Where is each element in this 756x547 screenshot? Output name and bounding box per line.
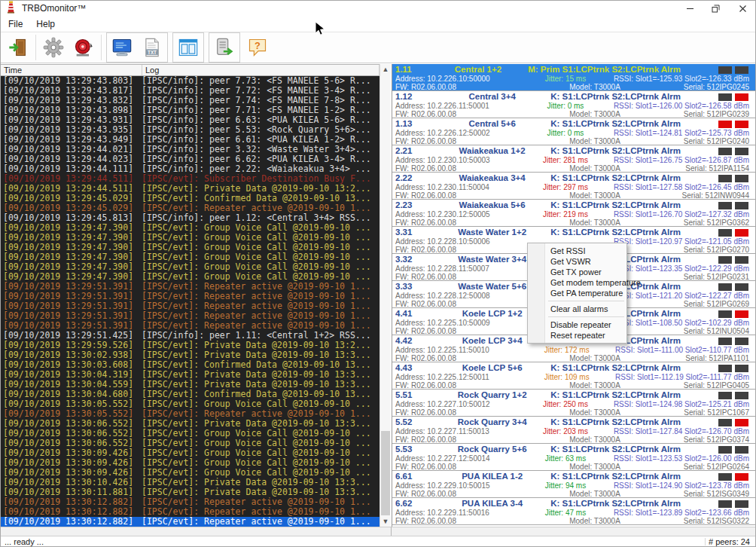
- peer-row[interactable]: 1.11Central 1+2M: Prim S1:LCPtrnk S2:LCP…: [392, 64, 756, 91]
- log-row[interactable]: [09/10/2019 13:29:44.111][IPSC/info]: pe…: [0, 164, 380, 174]
- log-row[interactable]: [09/10/2019 13:30:05.552][IPSC/evt]: Rep…: [0, 409, 380, 419]
- context-menu-item[interactable]: Disable repeater: [528, 319, 626, 330]
- peer-row[interactable]: 1.13Central 5+6K: S1:LCPtrnk S2:LCPtrnk …: [392, 118, 756, 145]
- context-menu-item[interactable]: Clear all alarms: [528, 304, 626, 314]
- alarm-button[interactable]: [69, 34, 99, 61]
- log-time: [09/10/2019 13:29:47.390]: [0, 233, 142, 243]
- log-row[interactable]: [09/10/2019 13:30:03.608][IPSC/evt]: Con…: [0, 360, 380, 370]
- log-row[interactable]: [09/10/2019 13:30:09.426][IPSC/evt]: Gro…: [0, 468, 380, 478]
- log-row[interactable]: [09/10/2019 13:29:43.935][IPSC/info]: pe…: [0, 125, 380, 135]
- context-menu-item[interactable]: Get modem temperature: [528, 277, 626, 288]
- log-row[interactable]: [09/10/2019 13:30:04.680][IPSC/evt]: Con…: [0, 390, 380, 399]
- log-row[interactable]: [09/10/2019 13:30:12.882][IPSC/evt]: Rep…: [0, 507, 380, 517]
- log-row[interactable]: [09/10/2019 13:30:02.938][IPSC/evt]: Pri…: [0, 350, 380, 360]
- help-button[interactable]: ?: [242, 34, 273, 61]
- alarm-dark-box: [718, 392, 732, 399]
- log-row[interactable]: [09/10/2019 13:29:44.511][IPSC/evt]: Pri…: [0, 184, 380, 194]
- log-row[interactable]: [09/10/2019 13:29:51.391][IPSC/evt]: Rep…: [0, 311, 380, 321]
- log-row[interactable]: [09/10/2019 13:29:51.391][IPSC/evt]: Rep…: [0, 321, 380, 331]
- log-row[interactable]: [09/10/2019 13:29:47.390][IPSC/evt]: Gro…: [0, 252, 380, 262]
- log-row[interactable]: [09/10/2019 13:29:44.511][IPSC/evt]: Sub…: [0, 174, 380, 184]
- peer-row[interactable]: 6.61PUA KILEA 1-2K: S1:LCPtrnk S2:LCPtrn…: [392, 471, 756, 498]
- peer-row[interactable]: 2.22Waiakeakua 3+4K: S1:LCPtrnk S2:LCPtr…: [392, 173, 756, 200]
- log-row[interactable]: [09/10/2019 13:29:44.021][IPSC/info]: pe…: [0, 145, 380, 154]
- scroll-up-icon[interactable]: ▲: [380, 64, 391, 75]
- log-row[interactable]: [09/10/2019 13:30:09.426][IPSC/evt]: Gro…: [0, 458, 380, 468]
- log-row[interactable]: [09/10/2019 13:30:06.552][IPSC/evt]: Gro…: [0, 429, 380, 439]
- peer-row-line3: FW: R02.06.00.08Model: T3000ASerial: 512…: [395, 463, 756, 471]
- peer-row[interactable]: 5.52Rock Quarry 3+4K: S1:LCPtrnk S2:LCPt…: [392, 417, 756, 444]
- context-menu-item[interactable]: Get TX power: [528, 267, 626, 277]
- peer-row[interactable]: 6.62PUA KILEA 3-4K: S1:LCPtrnk S2:LCPtrn…: [392, 498, 756, 525]
- log-message: [IPSC/evt]: Confirmed Data @2019-09-10 1…: [142, 390, 371, 399]
- peer-rssi: RSSI: Slot1=-123.89 Slot2=-123.66 dBm: [614, 509, 756, 517]
- close-button[interactable]: [730, 0, 754, 17]
- log-row[interactable]: [09/10/2019 13:29:45.029][IPSC/evt]: Rep…: [0, 203, 380, 213]
- scroll-down-icon[interactable]: ▼: [380, 516, 391, 527]
- log-row[interactable]: [09/10/2019 13:30:06.552][IPSC/evt]: Gro…: [0, 439, 380, 448]
- log-row[interactable]: [09/10/2019 13:29:43.898][IPSC/info]: pe…: [0, 105, 380, 115]
- log-row[interactable]: [09/10/2019 13:29:44.023][IPSC/info]: pe…: [0, 154, 380, 164]
- log-row[interactable]: [09/10/2019 13:29:43.803][IPSC/info]: pe…: [0, 76, 380, 86]
- peer-row-line3: FW: R02.06.00.08Model: T3000ASerial: 512…: [395, 137, 756, 145]
- log-row[interactable]: [09/10/2019 13:29:47.390][IPSC/evt]: Gro…: [0, 233, 380, 243]
- minimize-button[interactable]: [678, 0, 702, 17]
- context-menu-item[interactable]: Reset repeater: [528, 330, 626, 341]
- log-row[interactable]: [09/10/2019 13:29:43.931][IPSC/info]: pe…: [0, 115, 380, 125]
- menu-help[interactable]: Help: [29, 17, 62, 31]
- log-row[interactable]: [09/10/2019 13:29:51.391][IPSC/evt]: Rep…: [0, 282, 380, 292]
- settings-button[interactable]: [38, 34, 69, 61]
- exit-button[interactable]: [3, 34, 33, 61]
- log-time: [09/10/2019 13:30:05.552]: [0, 409, 142, 419]
- peer-firmware: FW: R02.06.00.08: [395, 381, 538, 390]
- log-row[interactable]: [09/10/2019 13:29:43.949][IPSC/info]: pe…: [0, 135, 380, 145]
- log-row[interactable]: [09/10/2019 13:29:59.526][IPSC/evt]: Pri…: [0, 341, 380, 350]
- context-menu-item[interactable]: Get RSSI: [528, 246, 626, 256]
- panel-divider: [391, 527, 392, 536]
- log-row[interactable]: [09/10/2019 13:29:45.813][IPSC/info]: pe…: [0, 213, 380, 223]
- peer-row[interactable]: 5.53Rock Quarry 5+6K: S1:LCPtrnk S2:LCPt…: [392, 444, 756, 471]
- log-row[interactable]: [09/10/2019 13:30:09.426][IPSC/evt]: Gro…: [0, 448, 380, 458]
- text-log-button[interactable]: TXT: [137, 34, 167, 61]
- log-row[interactable]: [09/10/2019 13:29:47.390][IPSC/evt]: Gro…: [0, 262, 380, 272]
- restore-button[interactable]: [703, 0, 727, 17]
- log-row[interactable]: [09/10/2019 13:29:47.390][IPSC/evt]: Gro…: [0, 223, 380, 233]
- horizontal-scrollbar[interactable]: [0, 527, 756, 536]
- peer-row[interactable]: 4.43Koele LCP 5+6K: S1:LCPtrnk S2:LCPtrn…: [392, 362, 756, 390]
- peer-row[interactable]: 2.23Waiakeakua 5+6K: S1:LCPtrnk S2:LCPtr…: [392, 200, 756, 227]
- log-row[interactable]: [09/10/2019 13:30:04.319][IPSC/evt]: Pri…: [0, 370, 380, 380]
- log-row[interactable]: [09/10/2019 13:30:12.882][IPSC/evt]: Rep…: [0, 497, 380, 507]
- log-row[interactable]: [09/10/2019 13:29:47.390][IPSC/evt]: Gro…: [0, 243, 380, 252]
- context-menu-item[interactable]: Get PA temperature: [528, 288, 626, 298]
- screen-log-button[interactable]: [107, 34, 137, 61]
- peer-rssi: RSSI: Slot1=-127.58 Slot2=-126.45 dBm: [614, 183, 756, 191]
- peer-row[interactable]: 1.12Central 3+4K: S1:LCPtrnk S2:LCPtrnk …: [392, 91, 756, 118]
- log-header-time[interactable]: Time: [1, 65, 142, 75]
- peer-row[interactable]: 2.21Waiakeakua 1+2K: S1:LCPtrnk S2:LCPtr…: [392, 145, 756, 173]
- menu-file[interactable]: File: [2, 17, 29, 31]
- scrollbar-thumb[interactable]: [381, 431, 390, 515]
- log-row[interactable]: [09/10/2019 13:29:51.391][IPSC/evt]: Rep…: [0, 292, 380, 301]
- log-row[interactable]: [09/10/2019 13:30:06.552][IPSC/evt]: Pri…: [0, 419, 380, 429]
- peer-firmware: FW: R02.06.00.08: [395, 137, 538, 145]
- split-view-button[interactable]: [173, 34, 203, 61]
- log-row[interactable]: [09/10/2019 13:30:05.552][IPSC/evt]: Gro…: [0, 399, 380, 409]
- log-vertical-scrollbar[interactable]: ▲ ▼: [380, 64, 390, 527]
- log-header-log[interactable]: Log: [142, 65, 380, 75]
- log-time: [09/10/2019 13:29:45.813]: [0, 213, 142, 223]
- log-row[interactable]: [09/10/2019 13:29:45.029][IPSC/evt]: Con…: [0, 194, 380, 203]
- peer-row[interactable]: 5.51Rock Quarry 1+2K: S1:LCPtrnk S2:LCPt…: [392, 390, 756, 417]
- context-menu-item[interactable]: Get VSWR: [528, 256, 626, 267]
- peer-serial: Serial: 512IPC1067: [651, 408, 756, 417]
- log-row[interactable]: [09/10/2019 13:29:51.391][IPSC/evt]: Rep…: [0, 301, 380, 311]
- export-button[interactable]: [209, 34, 239, 61]
- log-row[interactable]: [09/10/2019 13:29:43.817][IPSC/info]: pe…: [0, 86, 380, 96]
- log-row[interactable]: [09/10/2019 13:30:10.426][IPSC/evt]: Pri…: [0, 478, 380, 487]
- log-row[interactable]: [09/10/2019 13:30:11.881][IPSC/evt]: Pri…: [0, 487, 380, 497]
- log-row[interactable]: [09/10/2019 13:29:47.390][IPSC/evt]: Gro…: [0, 272, 380, 282]
- log-row[interactable]: [09/10/2019 13:29:51.425][IPSC/info]: pe…: [0, 331, 380, 341]
- log-row[interactable]: [09/10/2019 13:29:43.832][IPSC/info]: pe…: [0, 96, 380, 105]
- export-server-icon: [214, 37, 235, 58]
- log-row[interactable]: [09/10/2019 13:30:12.882][IPSC/evt]: Rep…: [0, 517, 380, 527]
- log-row[interactable]: [09/10/2019 13:30:04.559][IPSC/evt]: Pri…: [0, 380, 380, 390]
